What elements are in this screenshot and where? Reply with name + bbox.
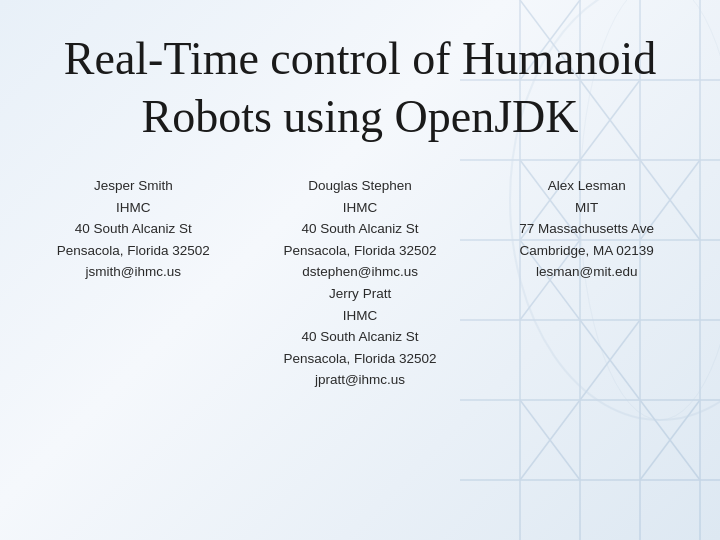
author-2b-address2: Pensacola, Florida 32502	[247, 348, 474, 370]
main-title: Real-Time control of Humanoid Robots usi…	[60, 30, 660, 145]
author-2b-address1: 40 South Alcaniz St	[247, 326, 474, 348]
author-2-address2: Pensacola, Florida 32502	[247, 240, 474, 262]
author-2-address1: 40 South Alcaniz St	[247, 218, 474, 240]
author-2b-affiliation: IHMC	[247, 305, 474, 327]
authors-section: Jesper Smith IHMC 40 South Alcaniz St Pe…	[0, 165, 720, 540]
author-1-affiliation: IHMC	[20, 197, 247, 219]
author-1-name: Jesper Smith	[20, 175, 247, 197]
author-3-name: Alex Lesman	[473, 175, 700, 197]
slide: Real-Time control of Humanoid Robots usi…	[0, 0, 720, 540]
author-3-address1: 77 Massachusetts Ave	[473, 218, 700, 240]
author-3-address2: Cambridge, MA 02139	[473, 240, 700, 262]
author-2-affiliation: IHMC	[247, 197, 474, 219]
author-column-2: Douglas Stephen IHMC 40 South Alcaniz St…	[247, 175, 474, 391]
author-1-address2: Pensacola, Florida 32502	[20, 240, 247, 262]
author-2-name: Douglas Stephen	[247, 175, 474, 197]
author-column-3: Alex Lesman MIT 77 Massachusetts Ave Cam…	[473, 175, 700, 283]
author-2b-name: Jerry Pratt	[247, 283, 474, 305]
author-1-email: jsmith@ihmc.us	[20, 261, 247, 283]
author-3-affiliation: MIT	[473, 197, 700, 219]
author-3-email: lesman@mit.edu	[473, 261, 700, 283]
title-section: Real-Time control of Humanoid Robots usi…	[0, 0, 720, 165]
author-column-1: Jesper Smith IHMC 40 South Alcaniz St Pe…	[20, 175, 247, 283]
author-2-email: dstephen@ihmc.us	[247, 261, 474, 283]
author-2b-email: jpratt@ihmc.us	[247, 369, 474, 391]
author-1-address1: 40 South Alcaniz St	[20, 218, 247, 240]
